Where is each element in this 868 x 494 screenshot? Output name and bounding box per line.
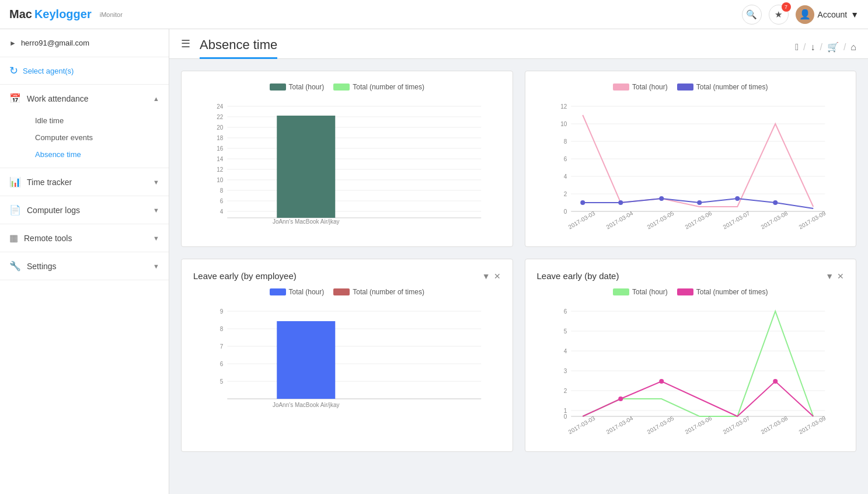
page-header-left: ☰ Absence time [181, 29, 277, 58]
svg-text:2017-03-05: 2017-03-05 [646, 210, 675, 230]
cart-icon[interactable]: 🛒 [827, 41, 839, 53]
work-attendance-sub-items: Idle time Computer events Absence time [0, 112, 169, 168]
settings-header[interactable]: 🔧 Settings ▼ [0, 252, 169, 280]
favorites-btn-wrapper: ★ 7 [769, 5, 789, 25]
legend-total-times-purple: Total (number of times) [677, 83, 768, 91]
remote-tools-label: Remote tools [24, 234, 72, 243]
hamburger-button[interactable]: ☰ [181, 29, 200, 58]
svg-text:2017-03-09: 2017-03-09 [797, 210, 827, 230]
top-header: MacKeylogger iMonitor 🔍 ★ 7 👤 Account ▼ [0, 0, 868, 29]
computer-logs-header[interactable]: 📄 Computer logs ▼ [0, 196, 169, 224]
logo-mac: Mac [9, 8, 32, 21]
select-agents-button[interactable]: ↻ Select agent(s) [0, 57, 169, 85]
sidebar-section-settings: 🔧 Settings ▼ [0, 252, 169, 280]
dropdown-icon[interactable]: ▼ [482, 272, 490, 281]
svg-text:2017-03-06: 2017-03-06 [684, 210, 713, 230]
svg-text:9: 9 [220, 308, 224, 315]
close-icon[interactable]: ✕ [494, 272, 501, 281]
leave-early-date-title: Leave early (by date) ▼ ✕ [537, 271, 845, 281]
legend-red-times: Total (number of times) [333, 288, 424, 296]
leave-early-employee-title: Leave early (by employee) ▼ ✕ [193, 271, 501, 281]
work-attendance-label: Work attendance [27, 94, 89, 103]
account-label: Account [818, 10, 848, 19]
leave-early-employee-svg-wrapper: 9 8 7 6 5 [193, 303, 501, 428]
computer-logs-label: Computer logs [27, 206, 80, 215]
svg-text:4: 4 [220, 208, 224, 215]
svg-text:20: 20 [217, 124, 224, 131]
svg-text:24: 24 [217, 103, 224, 110]
svg-text:JoAnn's MacBook Air/jkay: JoAnn's MacBook Air/jkay [273, 402, 340, 408]
legend-total-hour: Total (hour) [270, 83, 325, 91]
svg-text:10: 10 [217, 177, 224, 183]
legend-total-hour-label: Total (hour) [289, 83, 325, 91]
le-dot-3 [773, 379, 778, 384]
svg-text:0: 0 [563, 413, 567, 420]
settings-chevron-icon: ▼ [153, 263, 159, 270]
sidebar-item-absence-time[interactable]: Absence time [30, 146, 169, 163]
apple-icon[interactable]:  [795, 42, 799, 53]
svg-text:2: 2 [563, 191, 567, 197]
svg-text:22: 22 [217, 114, 224, 120]
legend-total-hour-pink-label: Total (hour) [632, 83, 668, 91]
svg-text:2017-03-05: 2017-03-05 [646, 415, 675, 435]
svg-text:6: 6 [563, 156, 567, 162]
page-header: ☰ Absence time  / ↓ / 🛒 / ⌂ [169, 29, 868, 59]
legend-color-teal [270, 84, 286, 91]
remote-tools-chevron-icon: ▼ [153, 235, 159, 242]
dropdown-icon-2[interactable]: ▼ [825, 272, 834, 281]
page-title: Absence time [200, 37, 277, 59]
svg-text:2017-03-03: 2017-03-03 [567, 210, 596, 230]
leave-early-employee-title-text: Leave early (by employee) [193, 271, 297, 281]
leave-early-date-chart: Leave early (by date) ▼ ✕ Total (hour) T… [525, 259, 857, 452]
close-icon-2[interactable]: ✕ [837, 272, 844, 281]
favorites-badge: 7 [782, 2, 791, 12]
legend-blue-hour: Total (hour) [270, 288, 325, 296]
computer-logs-chevron-icon: ▼ [153, 207, 159, 214]
logo: MacKeylogger iMonitor [9, 8, 123, 21]
svg-text:2017-03-04: 2017-03-04 [605, 415, 634, 435]
sidebar-item-computer-events[interactable]: Computer events [30, 129, 169, 146]
select-agents-label: Select agent(s) [23, 67, 74, 75]
separator-2: / [820, 42, 822, 53]
svg-text:16: 16 [217, 145, 224, 152]
legend-green-hour: Total (hour) [613, 288, 668, 296]
separator-3: / [843, 42, 846, 53]
late-arrival-date-chart: Total (hour) Total (number of times) 12 … [525, 71, 857, 247]
dot-5 [735, 196, 740, 201]
time-tracker-chevron-icon: ▼ [153, 179, 159, 186]
svg-text:7: 7 [220, 343, 224, 350]
late-arrival-employee-svg-wrapper: 24 22 20 18 16 14 12 10 8 6 4 [193, 98, 501, 229]
svg-text:14: 14 [217, 156, 224, 162]
leave-early-employee-bar [277, 321, 335, 399]
content-area: ☰ Absence time  / ↓ / 🛒 / ⌂ Total (ho [169, 29, 868, 494]
sidebar-section-time-tracker: 📊 Time tracker ▼ [0, 168, 169, 196]
legend-color-blue [270, 288, 286, 295]
svg-text:2017-03-08: 2017-03-08 [759, 415, 789, 435]
account-chevron-icon: ▼ [850, 10, 859, 19]
legend-color-purple [677, 84, 693, 91]
account-button[interactable]: 👤 Account ▼ [796, 5, 859, 24]
charts-container: Total (hour) Total (number of times) 24 … [169, 59, 868, 494]
dot-3 [659, 196, 664, 201]
sidebar-item-idle-time[interactable]: Idle time [30, 112, 169, 129]
svg-text:8: 8 [220, 326, 224, 332]
svg-text:12: 12 [217, 166, 224, 173]
sidebar-section-work-attendance: 📅 Work attendance ▲ Idle time Computer e… [0, 85, 169, 168]
svg-text:3: 3 [563, 368, 567, 374]
time-tracker-header[interactable]: 📊 Time tracker ▼ [0, 168, 169, 196]
home-icon[interactable]: ⌂ [850, 42, 856, 53]
leave-early-date-actions: ▼ ✕ [825, 272, 844, 281]
sidebar-user[interactable]: ► herro91@gmail.com [0, 29, 169, 57]
le-dot-1 [618, 396, 623, 401]
svg-text:5: 5 [220, 378, 224, 385]
logo-imonitor: iMonitor [100, 11, 123, 18]
work-attendance-header[interactable]: 📅 Work attendance ▲ [0, 85, 169, 112]
search-button[interactable]: 🔍 [742, 5, 762, 25]
legend-color-lightgreen [333, 84, 350, 91]
svg-text:0: 0 [563, 208, 567, 215]
legend-total-times-purple-label: Total (number of times) [696, 83, 768, 91]
download-icon[interactable]: ↓ [810, 42, 815, 53]
remote-tools-header[interactable]: ▦ Remote tools ▼ [0, 224, 169, 252]
grid-icon: ▦ [9, 232, 18, 243]
svg-text:8: 8 [563, 138, 567, 145]
